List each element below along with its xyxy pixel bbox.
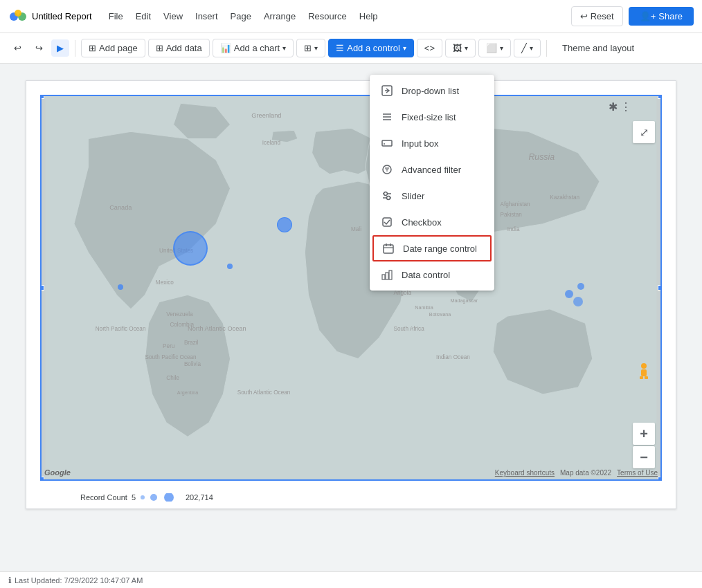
svg-text:South Africa: South Africa [394,326,425,332]
pin-button[interactable]: ✱ [609,100,618,113]
fullscreen-button[interactable]: ⤢ [633,121,655,143]
chart-chevron: ▾ [282,44,286,52]
keyboard-shortcuts[interactable]: Keyboard shortcuts [495,469,555,477]
checkbox-item[interactable]: Checkbox [370,209,494,235]
data-dot-xs-4 [577,283,584,290]
checkbox-label: Checkbox [402,217,442,228]
svg-rect-69 [389,270,392,279]
date-range-control-item[interactable]: Date range control [372,235,492,261]
svg-text:Canada: Canada [109,204,132,211]
map-data-label: Map data ©2022 [560,469,611,477]
more-options-button[interactable]: ⋮ [620,100,631,113]
menu-page[interactable]: Page [225,8,257,24]
app-logo: Untitled Report [8,7,92,26]
logo-icon [8,7,28,26]
top-bar: Untitled Report File Edit View Insert Pa… [0,0,702,33]
svg-rect-63 [384,245,393,253]
data-dot-xs-5 [573,297,583,306]
add-data-label: Add data [166,43,202,53]
menu-insert[interactable]: Insert [190,8,224,24]
fixed-size-list-item[interactable]: Fixed-size list [370,104,494,130]
map-info: Keyboard shortcuts Map data ©2022 Terms … [495,469,658,477]
street-view-icon[interactable] [633,359,655,381]
advanced-filter-item[interactable]: Advanced filter [370,156,494,183]
image-chevron: ▾ [465,44,468,52]
svg-point-61 [387,196,390,200]
add-component-button[interactable]: ⊞ ▾ [296,39,325,57]
advanced-filter-label: Advanced filter [402,165,461,175]
svg-text:Madagascar: Madagascar [451,298,478,304]
svg-text:Mexico: Mexico [156,279,174,286]
input-box-item[interactable]: Input box [370,130,494,156]
svg-text:South Pacific Ocean: South Pacific Ocean [145,354,197,360]
svg-rect-41 [641,369,647,376]
legend-scale [140,493,181,502]
menu-view[interactable]: View [158,8,188,24]
map-visualization[interactable]: Russia Canada United States Mexico North… [40,95,662,481]
data-dot-xs-2 [118,284,123,290]
data-control-icon [381,268,393,281]
svg-text:Peru: Peru [163,343,175,349]
add-data-button[interactable]: ⊞ Add data [148,39,210,57]
data-dot-xs-1 [227,264,233,269]
date-range-label: Date range control [403,244,477,254]
menu-edit[interactable]: Edit [130,8,156,24]
svg-text:India: India [507,226,520,232]
select-button[interactable]: ▶ [51,39,69,57]
theme-layout-button[interactable]: Theme and layout [555,39,641,57]
main-content: Russia Canada United States Mexico North… [0,64,702,571]
legend-max: 202,714 [186,493,213,502]
svg-rect-52 [382,140,392,146]
code-button[interactable]: <> [417,39,442,57]
control-icon: ☰ [336,43,344,53]
svg-text:Angola: Angola [394,290,412,296]
svg-point-60 [384,192,388,196]
advanced-filter-icon [381,163,393,176]
svg-rect-67 [382,275,385,279]
add-page-button[interactable]: ⊞ Add page [81,39,145,57]
top-right-actions: ↩ Reset 👤+ Share [571,6,694,26]
add-chart-button[interactable]: 📊 Add a chart ▾ [213,39,294,57]
zoom-in-button[interactable]: + [633,423,655,445]
slider-item[interactable]: Slider [370,183,494,209]
svg-point-40 [641,363,647,369]
line-icon: ╱ [521,43,527,53]
data-control-item[interactable]: Data control [370,261,494,288]
menu-resource[interactable]: Resource [303,8,352,24]
share-button[interactable]: 👤+ Share [629,7,694,26]
svg-text:Argentina: Argentina [177,390,199,396]
menu-arrange[interactable]: Arrange [258,8,301,24]
add-data-icon: ⊞ [156,43,163,53]
reset-icon: ↩ [580,11,588,21]
svg-text:Bolivia: Bolivia [184,361,201,367]
redo-button[interactable]: ↪ [30,39,48,57]
person-add-icon: 👤+ [640,11,656,21]
data-control-label: Data control [402,270,450,280]
svg-text:Afghanistan: Afghanistan [500,201,530,208]
line-button[interactable]: ╱ ▾ [514,39,541,57]
terms-of-use[interactable]: Terms of Use [617,469,658,477]
menu-file[interactable]: File [103,8,129,24]
undo-button[interactable]: ↩ [8,39,27,57]
add-control-button[interactable]: ☰ Add a control ▾ [328,39,414,57]
shape-button[interactable]: ⬜ ▾ [478,39,511,57]
data-dot-small-1 [277,217,292,232]
map-header-controls: ✱ ⋮ [609,100,631,113]
map-legend: Record Count 5 202,714 [80,493,213,502]
dropdown-list-item[interactable]: Drop-down list [370,77,494,104]
dropdown-list-label: Drop-down list [402,86,459,96]
data-dot-large-1 [173,231,208,266]
theme-layout-label: Theme and layout [562,43,634,53]
data-dot-xs-3 [565,290,573,298]
svg-text:Greenland: Greenland [251,112,281,119]
menu-help[interactable]: Help [354,8,384,24]
svg-point-44 [141,495,145,499]
svg-text:Venezuela: Venezuela [166,311,193,318]
fixed-size-list-label: Fixed-size list [402,112,456,122]
shape-icon: ⬜ [486,43,497,53]
reset-label: Reset [591,11,614,21]
image-button[interactable]: 🖼 ▾ [445,39,476,57]
zoom-out-button[interactable]: − [633,446,655,468]
svg-text:Botswana: Botswana [429,312,451,318]
reset-button[interactable]: ↩ Reset [571,6,623,26]
